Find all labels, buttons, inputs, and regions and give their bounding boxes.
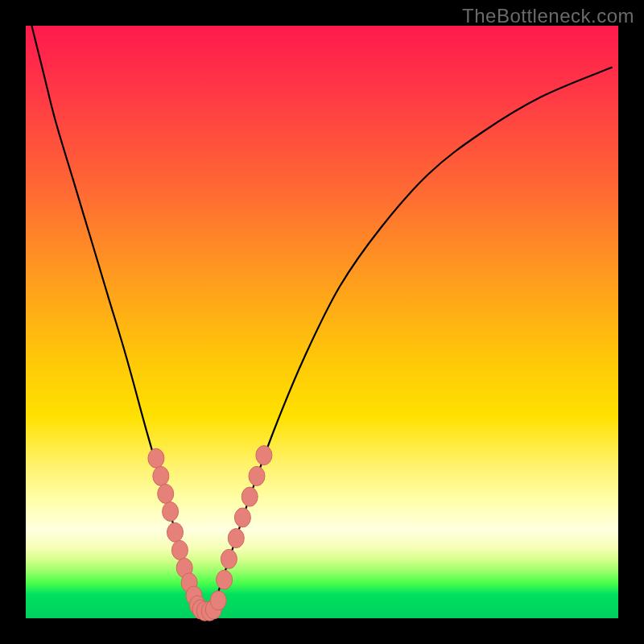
data-marker <box>228 529 244 548</box>
data-marker <box>153 466 169 485</box>
data-marker <box>148 448 164 468</box>
data-marker <box>234 508 250 527</box>
data-marker <box>158 484 174 503</box>
data-marker <box>249 466 265 485</box>
data-marker <box>221 549 237 568</box>
watermark-text: TheBottleneck.com <box>462 5 634 27</box>
chart-svg <box>26 26 618 618</box>
data-marker <box>256 446 272 465</box>
data-marker <box>217 570 233 589</box>
marker-group <box>148 446 272 621</box>
data-marker <box>167 522 184 542</box>
data-marker <box>210 591 226 610</box>
data-marker <box>242 487 258 506</box>
chart-frame: TheBottleneck.com <box>0 0 644 644</box>
data-marker <box>163 502 179 522</box>
plot-area <box>26 26 618 618</box>
data-marker <box>171 540 188 559</box>
bottleneck-curve <box>31 26 612 614</box>
